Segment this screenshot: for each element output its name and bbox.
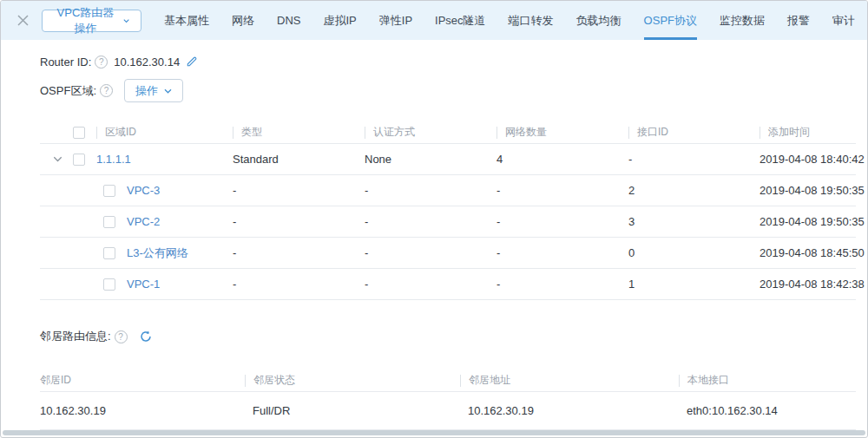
row-checkbox[interactable]: [103, 185, 115, 197]
neighbor-section-label: 邻居路由信息:: [40, 329, 111, 344]
router-id-label: Router ID:: [40, 56, 91, 69]
close-icon[interactable]: [16, 13, 30, 29]
network-row: L3-公有网络 - - - 0 2019-04-08 18:45:50: [40, 238, 856, 269]
network-count: -: [488, 269, 620, 299]
tab-audit[interactable]: 审计: [832, 1, 855, 40]
area-id-link[interactable]: 1.1.1.1: [96, 153, 131, 166]
tab-ipsec-tunnel[interactable]: IPsec隧道: [435, 1, 486, 40]
chevron-down-icon: [164, 88, 172, 94]
panel-content: Router ID: ? 10.162.30.14 OSPF区域: ? 操作 区…: [1, 51, 867, 430]
network-type: -: [224, 269, 356, 299]
top-bar: VPC路由器操作 基本属性 网络 DNS 虚拟IP 弹性IP IPsec隧道 端…: [1, 1, 867, 40]
column-header-neighbor-id: 邻居ID: [40, 369, 244, 391]
network-row: VPC-2 - - - 3 2019-04-08 19:50:35: [40, 206, 856, 238]
network-type: -: [224, 206, 356, 237]
select-all-checkbox[interactable]: [73, 127, 85, 139]
area-interface-id: -: [620, 144, 751, 174]
network-link[interactable]: L3-公有网络: [127, 245, 188, 261]
column-header-neighbor-address: 邻居地址: [469, 373, 510, 388]
column-header-local-interface: 本地接口: [687, 373, 729, 388]
tab-port-forwarding[interactable]: 端口转发: [509, 1, 554, 40]
ospf-area-label: OSPF区域:: [40, 83, 96, 99]
network-row: VPC-1 - - - 1 2019-04-08 18:42:38: [40, 269, 856, 300]
network-auth: -: [356, 238, 488, 268]
area-actions-label: 操作: [135, 83, 158, 99]
help-icon[interactable]: ?: [115, 330, 128, 343]
vpc-router-actions-button[interactable]: VPC路由器操作: [42, 10, 141, 32]
column-header-area-id: 区域ID: [105, 125, 136, 140]
neighbor-table-header: 邻居ID 邻居状态 邻居地址 本地接口: [40, 369, 856, 392]
network-interface-id: 2: [620, 175, 751, 206]
vpc-router-detail-panel: VPC路由器操作 基本属性 网络 DNS 虚拟IP 弹性IP IPsec隧道 端…: [0, 0, 868, 438]
tab-network[interactable]: 网络: [232, 1, 254, 40]
router-id-row: Router ID: ? 10.162.30.14: [40, 51, 854, 72]
help-icon[interactable]: ?: [100, 84, 113, 97]
area-network-count: 4: [488, 144, 620, 174]
tab-load-balancing[interactable]: 负载均衡: [576, 1, 621, 40]
column-header-type: 类型: [241, 125, 262, 140]
neighbor-table: 邻居ID 邻居状态 邻居地址 本地接口 10.162.30.19 Full/DR…: [40, 369, 856, 430]
network-row: VPC-3 - - - 2 2019-04-08 19:50:35: [40, 175, 856, 206]
network-added-time: 2019-04-08 19:50:35: [751, 206, 865, 237]
refresh-icon[interactable]: [139, 330, 153, 343]
tab-alarm[interactable]: 报警: [787, 1, 810, 40]
area-added-time: 2019-04-08 18:40:42: [751, 144, 865, 174]
router-id-value: 10.162.30.14: [114, 56, 180, 69]
neighbor-section-header: 邻居路由信息: ?: [40, 328, 854, 345]
tab-ospf[interactable]: OSPF协议: [644, 1, 697, 40]
network-interface-id: 1: [620, 269, 751, 299]
tab-dns[interactable]: DNS: [277, 1, 300, 40]
network-added-time: 2019-04-08 18:45:50: [751, 238, 865, 268]
row-checkbox[interactable]: [103, 247, 115, 259]
network-auth: -: [356, 269, 488, 299]
column-header-network-count: 网络数量: [505, 125, 547, 140]
ospf-area-table: 区域ID 类型 认证方式 网络数量 接口ID 添加时间 1.1.1.1 Stan…: [40, 121, 856, 300]
area-table-header: 区域ID 类型 认证方式 网络数量 接口ID 添加时间: [40, 121, 856, 144]
area-actions-button[interactable]: 操作: [124, 79, 183, 102]
tab-bar: 基本属性 网络 DNS 虚拟IP 弹性IP IPsec隧道 端口转发 负载均衡 …: [164, 1, 855, 40]
tab-basic[interactable]: 基本属性: [164, 1, 209, 40]
column-header-added-time: 添加时间: [768, 125, 810, 140]
network-interface-id: 3: [620, 206, 751, 237]
network-added-time: 2019-04-08 18:42:38: [751, 269, 865, 299]
edit-pencil-icon[interactable]: [186, 56, 198, 68]
tab-monitoring[interactable]: 监控数据: [720, 1, 765, 40]
network-auth: -: [356, 206, 488, 237]
network-link[interactable]: VPC-1: [127, 278, 160, 291]
neighbor-state: Full/DR: [244, 392, 459, 429]
vpc-router-actions-label: VPC路由器操作: [54, 5, 117, 36]
network-interface-id: 0: [620, 238, 751, 268]
network-added-time: 2019-04-08 19:50:35: [751, 175, 865, 206]
network-count: -: [488, 206, 620, 237]
collapse-chevron-icon[interactable]: [53, 156, 62, 162]
local-interface: eth0:10.162.30.14: [678, 392, 856, 429]
column-header-auth: 认证方式: [373, 125, 415, 140]
network-auth: -: [356, 175, 488, 206]
column-divider: [96, 127, 97, 139]
tab-virtual-ip[interactable]: 虚拟IP: [323, 1, 356, 40]
area-row: 1.1.1.1 Standard None 4 - 2019-04-08 18:…: [40, 144, 856, 175]
tab-elastic-ip[interactable]: 弹性IP: [379, 1, 412, 40]
network-type: -: [224, 175, 356, 206]
network-type: -: [224, 238, 356, 268]
row-checkbox[interactable]: [73, 154, 85, 166]
neighbor-address: 10.162.30.19: [459, 392, 678, 429]
column-header-interface-id: 接口ID: [637, 125, 668, 140]
neighbor-row: 10.162.30.19 Full/DR 10.162.30.19 eth0:1…: [40, 392, 856, 430]
row-checkbox[interactable]: [103, 278, 115, 291]
ospf-area-row: OSPF区域: ? 操作: [40, 79, 854, 102]
network-count: -: [488, 238, 620, 268]
network-count: -: [488, 175, 620, 206]
column-header-neighbor-state: 邻居状态: [253, 373, 295, 388]
area-type: Standard: [224, 144, 356, 174]
horizontal-scrollbar[interactable]: [3, 430, 865, 435]
network-link[interactable]: VPC-2: [127, 215, 160, 228]
help-icon[interactable]: ?: [95, 56, 108, 69]
network-link[interactable]: VPC-3: [127, 184, 160, 197]
chevron-down-icon: [123, 18, 129, 23]
row-checkbox[interactable]: [103, 216, 115, 228]
neighbor-id: 10.162.30.19: [40, 392, 244, 429]
area-auth: None: [356, 144, 488, 174]
